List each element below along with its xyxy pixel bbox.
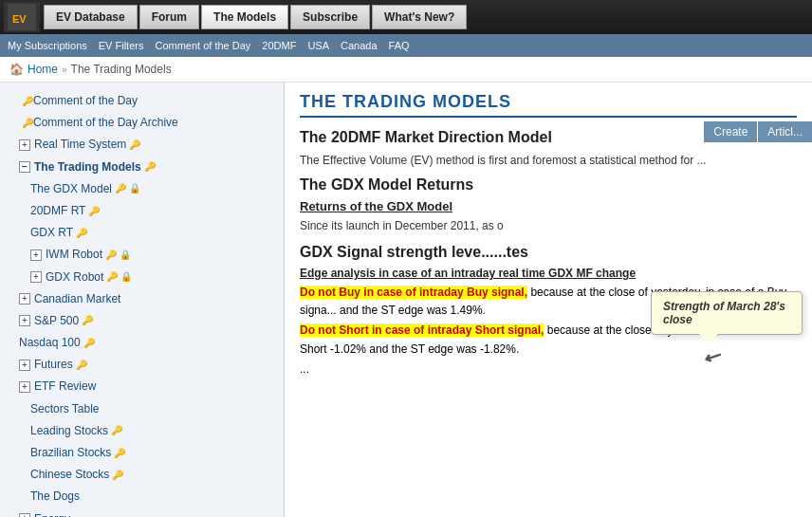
- sidebar-label-trading-models: The Trading Models: [34, 158, 141, 176]
- key-icon-7: 🔑: [76, 226, 87, 241]
- sidebar-item-trading-models[interactable]: − The Trading Models 🔑: [4, 157, 280, 178]
- sidebar-label-20dmf-rt: 20DMF RT: [30, 202, 85, 220]
- lock-icon-3: 🔒: [120, 269, 132, 285]
- sidebar-item-sectors-table[interactable]: Sectors Table: [4, 398, 280, 420]
- key-icon-10: 🔑: [82, 313, 93, 328]
- sidebar-label-comment-archive: Comment of the Day Archive: [33, 114, 178, 132]
- no-short-highlight: Do not Short in case of intraday Short s…: [300, 323, 544, 337]
- sidebar-label-iwm-robot: IWM Robot: [46, 246, 102, 264]
- sidebar-item-leading-stocks[interactable]: Leading Stocks 🔑: [4, 420, 280, 442]
- sidebar-label-gdx-model: The GDX Model: [30, 180, 112, 198]
- home-link[interactable]: Home: [28, 63, 58, 76]
- forum-button[interactable]: Forum: [139, 5, 199, 29]
- sidebar: 🔑 Comment of the Day 🔑 Comment of the Da…: [0, 83, 285, 517]
- key-icon-6: 🔑: [88, 204, 100, 219]
- sidebar-item-iwm-robot[interactable]: + IWM Robot 🔑 🔒: [4, 244, 280, 266]
- sidebar-item-gdx-rt[interactable]: GDX RT 🔑: [4, 222, 280, 244]
- sidebar-label-sp500: S&P 500: [34, 312, 79, 330]
- subscribe-button[interactable]: Subscribe: [290, 5, 370, 29]
- sidebar-label-etf-review: ETF Review: [34, 378, 96, 396]
- expand-icon-gdx-robot[interactable]: +: [30, 271, 42, 283]
- ev-filters-link[interactable]: EV Filters: [99, 40, 144, 51]
- expand-icon-etf[interactable]: +: [19, 381, 30, 393]
- sidebar-label-leading-stocks: Leading Stocks: [30, 422, 108, 440]
- sidebar-item-futures[interactable]: + Futures 🔑: [4, 354, 280, 376]
- sidebar-item-sp500[interactable]: + S&P 500 🔑: [4, 310, 280, 332]
- gdx-signal-title: GDX Signal strength leve......tes: [300, 244, 797, 261]
- sidebar-label-sectors-table: Sectors Table: [30, 400, 100, 418]
- breadcrumb-current: The Trading Models: [71, 63, 172, 76]
- key-icon-9: 🔑: [106, 269, 118, 285]
- sidebar-label-canadian-market: Canadian Market: [34, 290, 120, 308]
- section2-subtitle: Returns of the GDX Model: [300, 199, 797, 213]
- section1-text: The Effective Volume (EV) method is firs…: [300, 152, 797, 169]
- sidebar-item-the-dogs[interactable]: The Dogs: [4, 486, 280, 508]
- sidebar-item-comment-archive[interactable]: 🔑 Comment of the Day Archive: [4, 112, 280, 134]
- sidebar-item-brazilian-stocks[interactable]: Brazilian Stocks 🔑: [4, 442, 280, 464]
- key-icon-5: 🔑: [115, 181, 126, 196]
- section1-title: The 20DMF Market Direction Model: [300, 129, 797, 146]
- expand-icon-canada[interactable]: +: [19, 293, 30, 305]
- lock-icon-1: 🔒: [129, 181, 140, 196]
- whats-new-button[interactable]: What's New?: [372, 5, 467, 29]
- sidebar-item-energy[interactable]: + Energy: [4, 508, 280, 517]
- sidebar-item-nasdaq[interactable]: Nasdaq 100 🔑: [4, 332, 280, 354]
- sidebar-label-gdx-robot: GDX Robot: [46, 268, 103, 286]
- top-nav: EV EV Database Forum The Models Subscrib…: [0, 0, 812, 34]
- main-layout: 🔑 Comment of the Day 🔑 Comment of the Da…: [0, 83, 812, 517]
- sub-nav: My Subscriptions EV Filters Comment of t…: [0, 34, 812, 57]
- sidebar-item-gdx-model[interactable]: The GDX Model 🔑 🔒: [4, 178, 280, 200]
- key-icon-15: 🔑: [112, 468, 123, 483]
- sidebar-item-gdx-robot[interactable]: + GDX Robot 🔑 🔒: [4, 267, 280, 288]
- key-icon-8: 🔑: [105, 248, 117, 263]
- svg-text:EV: EV: [12, 13, 27, 25]
- comment-of-the-day-link[interactable]: Comment of the Day: [155, 40, 250, 51]
- callout-text: Strength of March 28's close: [663, 300, 785, 326]
- key-icon-2: 🔑: [22, 116, 33, 131]
- key-icon-3: 🔑: [129, 138, 140, 153]
- breadcrumb-separator: »: [62, 65, 67, 75]
- page-title: THE TRADING MODELS: [300, 92, 797, 118]
- expand-icon-rts[interactable]: +: [19, 139, 30, 151]
- sidebar-label-real-time-system: Real Time System: [34, 136, 126, 154]
- ev-database-button[interactable]: EV Database: [44, 5, 138, 29]
- key-icon: 🔑: [22, 94, 33, 109]
- expand-icon-energy[interactable]: +: [19, 513, 30, 517]
- sidebar-item-canadian-market[interactable]: + Canadian Market: [4, 288, 280, 310]
- faq-link[interactable]: FAQ: [389, 40, 410, 51]
- usa-link[interactable]: USA: [307, 40, 329, 51]
- sidebar-label-chinese-stocks: Chinese Stocks: [30, 466, 109, 484]
- section2-text: Since its launch in December 2011, as o: [300, 217, 797, 234]
- key-icon-4: 🔑: [144, 159, 156, 175]
- expand-icon-futures[interactable]: +: [19, 360, 30, 371]
- content-area: THE TRADING MODELS The 20DMF Market Dire…: [285, 83, 812, 517]
- key-icon-14: 🔑: [114, 446, 125, 461]
- expand-icon-sp500[interactable]: +: [19, 315, 30, 326]
- sidebar-item-chinese-stocks[interactable]: Chinese Stocks 🔑: [4, 464, 280, 486]
- canada-link[interactable]: Canada: [341, 40, 378, 51]
- sidebar-label-brazilian-stocks: Brazilian Stocks: [30, 444, 111, 462]
- sidebar-label-futures: Futures: [34, 356, 73, 374]
- my-subscriptions-link[interactable]: My Subscriptions: [8, 40, 87, 51]
- gdx-signal-title-text: GDX Signal strength leve...: [300, 244, 494, 260]
- sidebar-item-etf-review[interactable]: + ETF Review: [4, 376, 280, 397]
- expand-icon-tm[interactable]: −: [19, 161, 30, 173]
- sidebar-label-nasdaq: Nasdaq 100: [19, 334, 81, 352]
- 20dmf-link[interactable]: 20DMF: [262, 40, 296, 51]
- sidebar-item-comment-of-the-day[interactable]: 🔑 Comment of the Day: [4, 90, 280, 112]
- sidebar-label-gdx-rt: GDX RT: [30, 224, 73, 242]
- edge-analysis-title: Edge analysis in case of an intraday rea…: [300, 267, 797, 280]
- key-icon-11: 🔑: [83, 336, 95, 351]
- signal-line-3: ...: [300, 360, 797, 379]
- sidebar-item-20dmf-rt[interactable]: 20DMF RT 🔑: [4, 200, 280, 222]
- the-models-button[interactable]: The Models: [201, 5, 288, 29]
- callout-tooltip: Strength of March 28's close ↙: [651, 291, 803, 335]
- key-icon-12: 🔑: [76, 358, 87, 373]
- logo: EV: [4, 2, 40, 32]
- sidebar-item-real-time-system[interactable]: + Real Time System 🔑: [4, 134, 280, 156]
- sidebar-label-energy: Energy: [34, 510, 70, 517]
- expand-icon-iwm[interactable]: +: [30, 249, 42, 261]
- lock-icon-2: 🔒: [120, 248, 131, 263]
- no-buy-highlight: Do not Buy in case of intraday Buy signa…: [300, 286, 527, 299]
- key-icon-13: 🔑: [111, 423, 122, 438]
